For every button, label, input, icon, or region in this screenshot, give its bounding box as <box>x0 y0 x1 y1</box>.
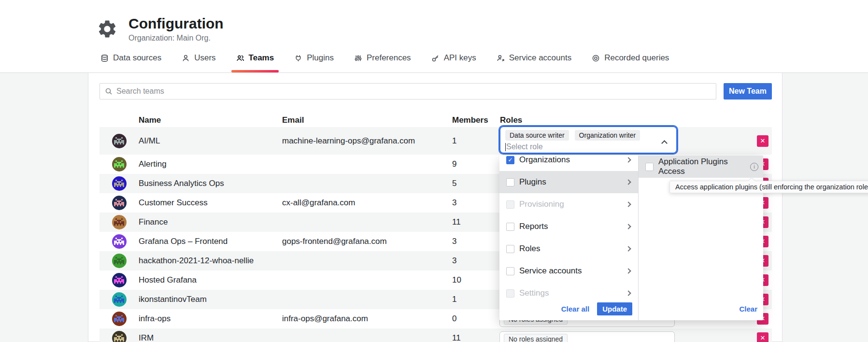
chevron-right-icon <box>626 201 631 207</box>
team-email: infra-ops@grafana.com <box>282 314 452 324</box>
role-group-item[interactable]: ✓Organizations <box>499 156 638 171</box>
selected-role-tag: Data source writer <box>505 130 569 141</box>
chevron-right-icon <box>626 246 631 251</box>
column-header-name: Name <box>139 115 282 125</box>
role-group-item[interactable]: Plugins <box>499 171 638 193</box>
team-name: Finance <box>139 217 282 227</box>
avatar <box>112 254 127 268</box>
role-submenu-label: Application Plugins Access <box>658 157 750 176</box>
users-icon <box>236 54 244 62</box>
role-group-label: Roles <box>519 244 540 254</box>
tooltip: Access application plugins (still enforc… <box>669 181 868 193</box>
team-members: 3 <box>452 198 500 208</box>
checkbox[interactable] <box>506 245 514 253</box>
active-tab-underline <box>231 70 279 72</box>
avatar <box>112 176 127 191</box>
avatar <box>112 331 127 342</box>
team-name: Customer Success <box>139 198 282 208</box>
role-group-item[interactable]: Roles <box>499 238 638 260</box>
tab-plugins[interactable]: Plugins <box>291 51 337 72</box>
tab-recorded-queries[interactable]: Recorded queries <box>589 51 672 72</box>
page-subtitle: Organization: Main Org. <box>128 34 224 43</box>
chevron-right-icon <box>626 290 631 296</box>
tab-users[interactable]: Users <box>179 51 218 72</box>
checkbox[interactable] <box>506 200 514 209</box>
role-group-item[interactable]: Reports <box>499 215 638 238</box>
role-picker-focused[interactable]: Data source writer Organization writer S… <box>499 126 677 154</box>
role-submenu-item[interactable]: Application Plugins Access i <box>639 156 763 178</box>
configuration-page: Configuration Organization: Main Org. Da… <box>0 0 868 342</box>
delete-team-button[interactable]: ✕ <box>757 135 768 147</box>
new-team-button[interactable]: New Team <box>724 83 772 100</box>
no-roles-tag: No roles assigned <box>504 334 568 342</box>
user-icon <box>182 54 190 62</box>
service-account-icon <box>497 54 505 62</box>
tab-data-sources[interactable]: Data sources <box>98 51 164 72</box>
page-header-bar: Configuration Organization: Main Org. Da… <box>0 0 868 73</box>
gear-icon <box>97 18 118 40</box>
checkbox[interactable]: ✓ <box>506 156 514 164</box>
team-name: Grafana Ops – Frontend <box>139 237 282 246</box>
database-icon <box>100 54 109 62</box>
checkbox[interactable] <box>506 267 514 275</box>
update-button[interactable]: Update <box>597 302 632 315</box>
checkbox[interactable] <box>506 289 514 298</box>
avatar <box>112 292 127 307</box>
checkbox[interactable] <box>506 178 514 186</box>
checkbox[interactable] <box>506 223 514 231</box>
key-icon <box>431 54 440 62</box>
clear-button[interactable]: Clear <box>739 305 757 313</box>
chevron-right-icon <box>626 224 631 229</box>
page-title: Configuration <box>128 15 224 32</box>
team-members: 1 <box>452 295 500 304</box>
search-box[interactable] <box>100 83 716 100</box>
record-icon <box>592 54 600 62</box>
team-members: 11 <box>452 217 500 227</box>
team-members: 11 <box>452 333 500 342</box>
close-icon: ✕ <box>760 137 766 144</box>
tab-service-accounts[interactable]: Service accounts <box>494 51 574 72</box>
avatar <box>112 215 127 229</box>
role-group-list: ✓OrganizationsPluginsProvisioningReports… <box>499 156 638 298</box>
role-group-item[interactable]: Settings <box>499 282 638 298</box>
chevron-right-icon <box>626 268 631 273</box>
delete-team-button[interactable]: ✕ <box>757 332 768 342</box>
team-name: Business Analytics Ops <box>139 179 282 188</box>
role-group-item[interactable]: Provisioning <box>499 193 638 215</box>
team-email: cx-all@grafana.com <box>282 198 452 208</box>
team-members: 0 <box>452 314 500 324</box>
team-members: 10 <box>452 275 500 285</box>
team-name: AI/ML <box>139 136 282 146</box>
role-group-label: Provisioning <box>519 200 564 209</box>
role-group-item[interactable]: Service accounts <box>499 260 638 282</box>
close-icon: ✕ <box>760 334 766 342</box>
team-name: IRM <box>139 333 282 342</box>
team-email: gops-frontend@grafana.com <box>282 237 452 246</box>
info-icon[interactable]: i <box>750 163 758 171</box>
sliders-icon <box>354 54 362 62</box>
chevron-right-icon <box>626 179 631 185</box>
column-header-email: Email <box>282 115 452 125</box>
plug-icon <box>294 54 302 62</box>
search-input[interactable] <box>116 87 711 96</box>
tab-preferences[interactable]: Preferences <box>351 51 414 72</box>
text-caret <box>505 143 506 151</box>
column-header-members: Members <box>452 115 500 125</box>
checkbox[interactable] <box>645 163 654 171</box>
avatar <box>112 134 127 148</box>
avatar <box>112 157 127 171</box>
role-group-label: Organizations <box>519 156 570 165</box>
toolbar: New Team <box>100 83 772 100</box>
tooltip-text: Access application plugins (still enforc… <box>675 183 868 191</box>
chevron-right-icon <box>626 157 631 162</box>
team-email: machine-learning-ops@grafana.com <box>282 136 452 146</box>
tab-teams[interactable]: Teams <box>233 51 277 72</box>
team-name: Alerting <box>139 159 282 169</box>
role-group-label: Service accounts <box>519 266 582 276</box>
page-header: Configuration Organization: Main Org. <box>97 15 224 43</box>
avatar <box>112 234 127 249</box>
team-name: Hosted Grafana <box>139 275 282 285</box>
tab-api-keys[interactable]: API keys <box>428 51 479 72</box>
role-picker-irm[interactable]: No roles assigned <box>499 331 675 342</box>
clear-all-button[interactable]: Clear all <box>561 305 589 313</box>
